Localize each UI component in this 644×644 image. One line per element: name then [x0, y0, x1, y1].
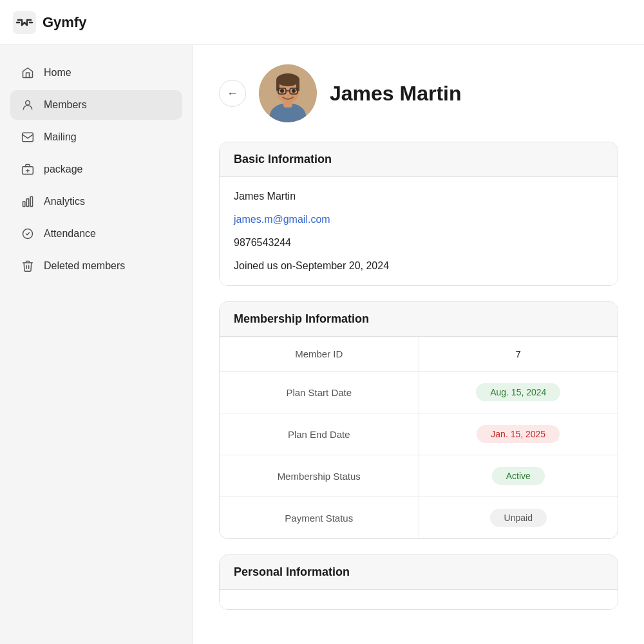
svg-rect-8 [30, 197, 32, 207]
membership-status-label: Membership Status [220, 455, 419, 497]
sidebar-item-analytics-label: Analytics [44, 196, 85, 207]
membership-table: Member ID 7 Plan Start Date Aug. 15, 202… [220, 337, 618, 538]
sidebar-item-deleted-label: Deleted members [44, 260, 125, 272]
sidebar-item-attendance-label: Attendance [44, 228, 96, 240]
member-full-name: James Martin [234, 189, 603, 204]
payment-status-label: Payment Status [220, 497, 419, 539]
app-name: Gymfy [43, 14, 86, 31]
mailing-icon [21, 130, 35, 144]
main-content: ← [193, 45, 644, 644]
sidebar-item-package-label: package [44, 164, 83, 175]
table-row-plan-end: Plan End Date Jan. 15, 2025 [220, 413, 618, 455]
personal-info-card: Personal Information [219, 554, 618, 610]
membership-status-value: Active [419, 455, 618, 497]
attendance-icon [21, 227, 35, 241]
plan-start-badge: Aug. 15, 2024 [476, 383, 560, 401]
personal-info-placeholder [220, 590, 618, 609]
sidebar-item-members-label: Members [44, 99, 87, 111]
analytics-icon [21, 194, 35, 209]
member-id-value: 7 [419, 337, 618, 372]
plan-start-label: Plan Start Date [220, 372, 419, 413]
sidebar-item-mailing[interactable]: Mailing [10, 122, 182, 152]
sidebar-item-home-label: Home [44, 67, 71, 79]
email-link[interactable]: james.m@gmail.com [234, 214, 330, 225]
member-header: ← [219, 64, 618, 122]
table-row-member-id: Member ID 7 [220, 337, 618, 372]
member-phone: 9876543244 [234, 235, 603, 251]
plan-end-badge: Jan. 15, 2025 [477, 425, 560, 443]
plan-start-value: Aug. 15, 2024 [419, 372, 618, 413]
svg-point-1 [26, 100, 30, 105]
member-name: James Martin [330, 82, 462, 106]
table-row-plan-start: Plan Start Date Aug. 15, 2024 [220, 372, 618, 413]
table-row-payment-status: Payment Status Unpaid [220, 497, 618, 539]
sidebar-item-package[interactable]: package [10, 155, 182, 184]
sidebar-item-home[interactable]: Home [10, 58, 182, 88]
member-id-label: Member ID [220, 337, 419, 372]
svg-point-20 [280, 89, 284, 93]
sidebar-item-mailing-label: Mailing [44, 131, 77, 143]
table-row-membership-status: Membership Status Active [220, 455, 618, 497]
plan-end-label: Plan End Date [220, 413, 419, 455]
personal-info-body [220, 590, 618, 609]
sidebar-item-attendance[interactable]: Attendance [10, 219, 182, 249]
sidebar-item-analytics[interactable]: Analytics [10, 187, 182, 216]
members-icon [21, 98, 35, 112]
home-icon [21, 66, 35, 80]
svg-rect-6 [23, 202, 25, 207]
member-joined: Joined us on-September 20, 2024 [234, 258, 603, 274]
sidebar-item-deleted[interactable]: Deleted members [10, 251, 182, 281]
package-icon [21, 162, 35, 176]
svg-rect-7 [26, 199, 28, 207]
personal-info-header: Personal Information [220, 555, 618, 590]
avatar [259, 64, 317, 122]
member-email: james.m@gmail.com [234, 212, 603, 227]
svg-point-21 [292, 89, 296, 93]
plan-end-value: Jan. 15, 2025 [419, 413, 618, 455]
svg-rect-2 [23, 133, 33, 141]
membership-status-badge: Active [492, 467, 545, 485]
membership-info-header: Membership Information [220, 302, 618, 337]
basic-info-header: Basic Information [220, 142, 618, 177]
payment-status-badge: Unpaid [490, 509, 547, 527]
payment-status-value: Unpaid [419, 497, 618, 539]
logo-icon [13, 11, 36, 34]
basic-info-card: Basic Information James Martin james.m@g… [219, 142, 618, 286]
basic-info-body: James Martin james.m@gmail.com 987654324… [220, 177, 618, 285]
app-header: Gymfy [0, 0, 644, 45]
sidebar-item-members[interactable]: Members [10, 90, 182, 120]
svg-point-14 [276, 73, 299, 86]
membership-info-card: Membership Information Member ID 7 Plan … [219, 301, 618, 539]
deleted-icon [21, 259, 35, 273]
back-button[interactable]: ← [219, 80, 246, 107]
sidebar: Home Members Mailing [0, 45, 193, 644]
